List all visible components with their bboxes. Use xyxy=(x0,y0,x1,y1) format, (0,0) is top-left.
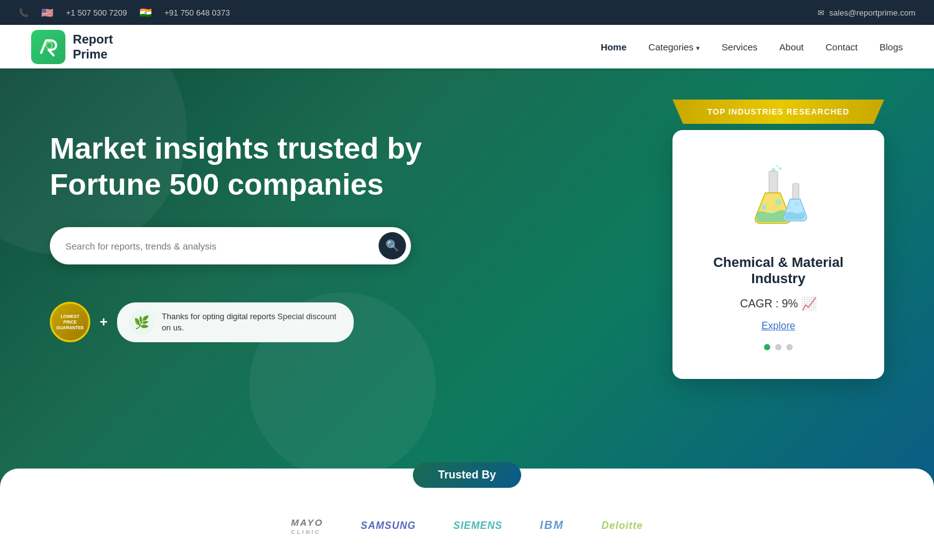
dot-3[interactable] xyxy=(786,344,793,350)
dot-1[interactable] xyxy=(764,344,770,350)
main-nav: Home Categories Services About Contact B… xyxy=(601,42,903,52)
nav-contact[interactable]: Contact xyxy=(826,42,858,52)
hero-right: TOP INDUSTRIES RESEARCHED xyxy=(672,100,884,379)
explore-link[interactable]: Explore xyxy=(762,320,795,332)
top-bar-right: ✉ sales@reportprime.com xyxy=(818,8,915,17)
promo-card: 🌿 Thanks for opting digital reports Spec… xyxy=(117,302,354,342)
industry-card-icon xyxy=(738,159,819,242)
svg-point-7 xyxy=(795,201,800,206)
cagr-text: CAGR : 9% 📈 xyxy=(740,296,816,311)
cagr-label: CAGR : xyxy=(740,297,778,310)
svg-point-4 xyxy=(770,210,774,213)
trusted-logo-mayo: MAYO CLINIC xyxy=(291,516,323,535)
logo-icon xyxy=(31,30,65,64)
dot-2[interactable] xyxy=(775,344,781,350)
trusted-logo-deloitte: Deloitte xyxy=(601,519,643,532)
trusted-logo-siemens: SIEMENS xyxy=(453,519,502,532)
svg-rect-1 xyxy=(769,171,778,193)
leaf-icon: 🌿 xyxy=(130,310,154,335)
nav-services[interactable]: Services xyxy=(722,42,758,52)
us-flag: 🇺🇸 xyxy=(41,7,54,19)
in-flag: 🇮🇳 xyxy=(139,7,152,19)
hero-title: Market insights trusted by Fortune 500 c… xyxy=(50,131,423,202)
svg-rect-5 xyxy=(793,184,799,199)
hero-left: Market insights trusted by Fortune 500 c… xyxy=(50,106,423,342)
email-icon: ✉ xyxy=(818,8,824,17)
header: Report Prime Home Categories Services Ab… xyxy=(0,25,934,68)
trusted-label: Trusted By xyxy=(413,462,521,488)
industry-banner: TOP INDUSTRIES RESEARCHED xyxy=(672,100,884,124)
svg-point-10 xyxy=(779,167,782,170)
nav-blogs[interactable]: Blogs xyxy=(879,42,903,52)
trusted-label-wrapper: Trusted By xyxy=(0,462,934,488)
industry-card: Chemical & Material Industry CAGR : 9% 📈… xyxy=(672,130,884,379)
plus-sign: + xyxy=(100,314,108,330)
logo[interactable]: Report Prime xyxy=(31,30,113,64)
promo-text: Thanks for opting digital reports Specia… xyxy=(162,311,341,334)
svg-point-0 xyxy=(46,42,52,49)
top-bar-left: 📞 🇺🇸 +1 507 500 7209 🇮🇳 +91 750 648 0373 xyxy=(19,7,230,19)
promo-bar: LOWESTPRICEGUARANTEE + 🌿 Thanks for opti… xyxy=(50,302,423,342)
in-phone: +91 750 648 0373 xyxy=(164,8,230,17)
email-address: sales@reportprime.com xyxy=(829,8,915,17)
search-icon: 🔍 xyxy=(385,239,399,253)
svg-point-2 xyxy=(762,205,767,210)
nav-categories[interactable]: Categories xyxy=(648,42,700,52)
guarantee-badge: LOWESTPRICEGUARANTEE xyxy=(50,302,90,342)
card-title: Chemical & Material Industry xyxy=(688,254,869,287)
hero-section: Market insights trusted by Fortune 500 c… xyxy=(0,68,934,541)
cagr-arrow-icon: 📈 xyxy=(801,296,817,311)
trusted-logos: MAYO CLINIC SAMSUNG SIEMENS IBM Deloitte xyxy=(0,510,934,541)
trusted-logo-ibm: IBM xyxy=(540,519,564,532)
card-dots xyxy=(764,344,793,350)
search-bar[interactable]: 🔍 xyxy=(50,227,411,264)
svg-point-8 xyxy=(771,168,775,172)
nav-home[interactable]: Home xyxy=(601,42,627,52)
us-phone: +1 507 500 7209 xyxy=(66,8,127,17)
search-button[interactable]: 🔍 xyxy=(379,232,406,259)
hero-content: Market insights trusted by Fortune 500 c… xyxy=(0,68,934,469)
cagr-value: 9% xyxy=(782,297,798,310)
logo-text: Report Prime xyxy=(73,32,113,62)
svg-point-6 xyxy=(787,205,791,209)
svg-point-9 xyxy=(776,165,778,167)
trusted-logo-samsung: SAMSUNG xyxy=(361,519,416,532)
search-input[interactable] xyxy=(65,241,379,251)
nav-about[interactable]: About xyxy=(780,42,804,52)
svg-point-3 xyxy=(775,199,781,205)
top-bar: 📞 🇺🇸 +1 507 500 7209 🇮🇳 +91 750 648 0373… xyxy=(0,0,934,25)
phone-icon: 📞 xyxy=(19,8,29,17)
